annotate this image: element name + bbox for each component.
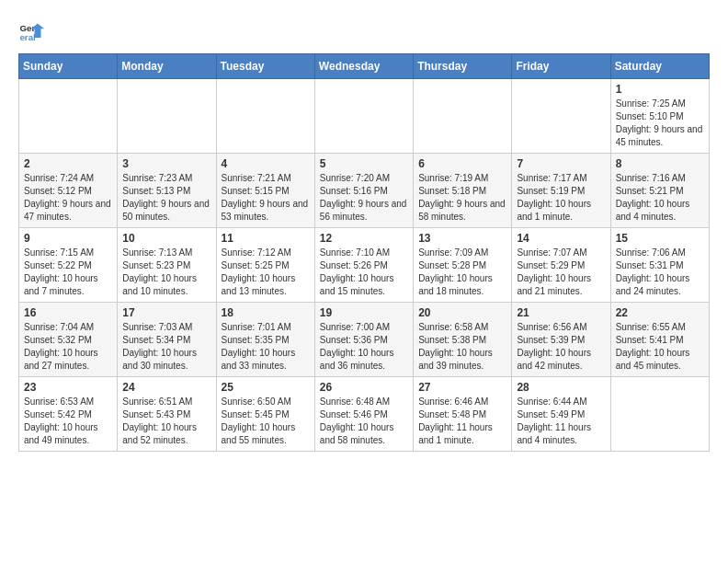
day-info: Sunrise: 6:50 AM Sunset: 5:45 PM Dayligh… bbox=[222, 396, 310, 447]
week-row-5: 23Sunrise: 6:53 AM Sunset: 5:42 PM Dayli… bbox=[19, 377, 710, 452]
day-info: Sunrise: 7:21 AM Sunset: 5:15 PM Dayligh… bbox=[222, 172, 310, 224]
day-cell bbox=[314, 79, 413, 154]
day-cell: 23Sunrise: 6:53 AM Sunset: 5:42 PM Dayli… bbox=[19, 377, 118, 452]
day-number: 5 bbox=[320, 157, 408, 170]
week-row-3: 9Sunrise: 7:15 AM Sunset: 5:22 PM Daylig… bbox=[19, 228, 710, 303]
day-number: 17 bbox=[122, 306, 210, 319]
day-cell: 8Sunrise: 7:16 AM Sunset: 5:21 PM Daylig… bbox=[610, 154, 709, 228]
day-number: 10 bbox=[122, 232, 210, 245]
weekday-header-monday: Monday bbox=[118, 54, 216, 79]
day-number: 9 bbox=[24, 232, 112, 245]
day-cell: 15Sunrise: 7:06 AM Sunset: 5:31 PM Dayli… bbox=[610, 228, 709, 303]
day-info: Sunrise: 7:23 AM Sunset: 5:13 PM Dayligh… bbox=[122, 172, 210, 224]
day-cell: 20Sunrise: 6:58 AM Sunset: 5:38 PM Dayli… bbox=[414, 303, 512, 377]
week-row-4: 16Sunrise: 7:04 AM Sunset: 5:32 PM Dayli… bbox=[19, 303, 710, 377]
day-number: 4 bbox=[222, 157, 310, 170]
day-cell: 22Sunrise: 6:55 AM Sunset: 5:41 PM Dayli… bbox=[610, 303, 709, 377]
day-cell: 9Sunrise: 7:15 AM Sunset: 5:22 PM Daylig… bbox=[19, 228, 118, 303]
day-info: Sunrise: 6:56 AM Sunset: 5:39 PM Dayligh… bbox=[517, 321, 605, 373]
day-cell: 7Sunrise: 7:17 AM Sunset: 5:19 PM Daylig… bbox=[512, 154, 610, 228]
day-number: 25 bbox=[222, 381, 310, 394]
day-number: 22 bbox=[616, 306, 704, 319]
day-number: 8 bbox=[616, 157, 704, 170]
day-cell: 26Sunrise: 6:48 AM Sunset: 5:46 PM Dayli… bbox=[314, 377, 413, 452]
weekday-header-wednesday: Wednesday bbox=[314, 54, 413, 79]
week-row-1: 1Sunrise: 7:25 AM Sunset: 5:10 PM Daylig… bbox=[19, 79, 710, 154]
day-number: 24 bbox=[122, 381, 210, 394]
day-cell: 21Sunrise: 6:56 AM Sunset: 5:39 PM Dayli… bbox=[512, 303, 610, 377]
day-number: 19 bbox=[320, 306, 408, 319]
day-number: 3 bbox=[122, 157, 210, 170]
day-cell bbox=[19, 79, 118, 154]
day-info: Sunrise: 6:55 AM Sunset: 5:41 PM Dayligh… bbox=[616, 321, 704, 373]
day-cell: 27Sunrise: 6:46 AM Sunset: 5:48 PM Dayli… bbox=[414, 377, 512, 452]
day-cell: 12Sunrise: 7:10 AM Sunset: 5:26 PM Dayli… bbox=[314, 228, 413, 303]
day-info: Sunrise: 7:01 AM Sunset: 5:35 PM Dayligh… bbox=[222, 321, 310, 373]
weekday-header-sunday: Sunday bbox=[19, 54, 118, 79]
day-cell: 14Sunrise: 7:07 AM Sunset: 5:29 PM Dayli… bbox=[512, 228, 610, 303]
day-number: 12 bbox=[320, 232, 408, 245]
day-number: 11 bbox=[222, 232, 310, 245]
calendar: SundayMondayTuesdayWednesdayThursdayFrid… bbox=[18, 53, 710, 452]
day-cell: 28Sunrise: 6:44 AM Sunset: 5:49 PM Dayli… bbox=[512, 377, 610, 452]
day-cell: 4Sunrise: 7:21 AM Sunset: 5:15 PM Daylig… bbox=[216, 154, 314, 228]
day-cell: 3Sunrise: 7:23 AM Sunset: 5:13 PM Daylig… bbox=[118, 154, 216, 228]
day-cell: 1Sunrise: 7:25 AM Sunset: 5:10 PM Daylig… bbox=[610, 79, 709, 154]
day-cell bbox=[610, 377, 709, 452]
logo: Gen eral bbox=[18, 18, 48, 44]
day-cell: 13Sunrise: 7:09 AM Sunset: 5:28 PM Dayli… bbox=[414, 228, 512, 303]
day-number: 20 bbox=[418, 306, 506, 319]
day-cell: 25Sunrise: 6:50 AM Sunset: 5:45 PM Dayli… bbox=[216, 377, 314, 452]
day-cell bbox=[118, 79, 216, 154]
day-info: Sunrise: 7:16 AM Sunset: 5:21 PM Dayligh… bbox=[616, 172, 704, 224]
day-number: 1 bbox=[616, 83, 704, 96]
weekday-header-friday: Friday bbox=[512, 54, 610, 79]
day-info: Sunrise: 7:15 AM Sunset: 5:22 PM Dayligh… bbox=[24, 247, 112, 298]
day-number: 28 bbox=[517, 381, 605, 394]
day-cell: 24Sunrise: 6:51 AM Sunset: 5:43 PM Dayli… bbox=[118, 377, 216, 452]
weekday-header-thursday: Thursday bbox=[414, 54, 512, 79]
day-info: Sunrise: 7:13 AM Sunset: 5:23 PM Dayligh… bbox=[122, 247, 210, 298]
day-info: Sunrise: 7:20 AM Sunset: 5:16 PM Dayligh… bbox=[320, 172, 408, 224]
day-cell: 6Sunrise: 7:19 AM Sunset: 5:18 PM Daylig… bbox=[414, 154, 512, 228]
day-number: 2 bbox=[24, 157, 112, 170]
day-number: 23 bbox=[24, 381, 112, 394]
day-info: Sunrise: 6:58 AM Sunset: 5:38 PM Dayligh… bbox=[418, 321, 506, 373]
day-number: 26 bbox=[320, 381, 408, 394]
day-cell bbox=[216, 79, 314, 154]
day-info: Sunrise: 7:07 AM Sunset: 5:29 PM Dayligh… bbox=[517, 247, 605, 298]
day-info: Sunrise: 7:12 AM Sunset: 5:25 PM Dayligh… bbox=[222, 247, 310, 298]
day-info: Sunrise: 6:46 AM Sunset: 5:48 PM Dayligh… bbox=[418, 396, 506, 447]
day-info: Sunrise: 7:25 AM Sunset: 5:10 PM Dayligh… bbox=[616, 98, 704, 149]
day-info: Sunrise: 7:00 AM Sunset: 5:36 PM Dayligh… bbox=[320, 321, 408, 373]
svg-text:eral: eral bbox=[19, 32, 36, 42]
day-info: Sunrise: 6:48 AM Sunset: 5:46 PM Dayligh… bbox=[320, 396, 408, 447]
header: Gen eral bbox=[18, 18, 710, 44]
day-cell: 16Sunrise: 7:04 AM Sunset: 5:32 PM Dayli… bbox=[19, 303, 118, 377]
day-info: Sunrise: 7:19 AM Sunset: 5:18 PM Dayligh… bbox=[418, 172, 506, 224]
day-info: Sunrise: 7:09 AM Sunset: 5:28 PM Dayligh… bbox=[418, 247, 506, 298]
day-info: Sunrise: 6:53 AM Sunset: 5:42 PM Dayligh… bbox=[24, 396, 112, 447]
day-cell: 10Sunrise: 7:13 AM Sunset: 5:23 PM Dayli… bbox=[118, 228, 216, 303]
day-info: Sunrise: 7:03 AM Sunset: 5:34 PM Dayligh… bbox=[122, 321, 210, 373]
day-number: 21 bbox=[517, 306, 605, 319]
weekday-header-row: SundayMondayTuesdayWednesdayThursdayFrid… bbox=[19, 54, 710, 79]
day-info: Sunrise: 6:51 AM Sunset: 5:43 PM Dayligh… bbox=[122, 396, 210, 447]
day-info: Sunrise: 7:04 AM Sunset: 5:32 PM Dayligh… bbox=[24, 321, 112, 373]
day-cell: 11Sunrise: 7:12 AM Sunset: 5:25 PM Dayli… bbox=[216, 228, 314, 303]
weekday-header-tuesday: Tuesday bbox=[216, 54, 314, 79]
day-number: 15 bbox=[616, 232, 704, 245]
week-row-2: 2Sunrise: 7:24 AM Sunset: 5:12 PM Daylig… bbox=[19, 154, 710, 228]
day-cell: 2Sunrise: 7:24 AM Sunset: 5:12 PM Daylig… bbox=[19, 154, 118, 228]
day-info: Sunrise: 7:17 AM Sunset: 5:19 PM Dayligh… bbox=[517, 172, 605, 224]
logo-icon: Gen eral bbox=[18, 18, 44, 44]
day-number: 13 bbox=[418, 232, 506, 245]
day-cell bbox=[512, 79, 610, 154]
day-cell: 5Sunrise: 7:20 AM Sunset: 5:16 PM Daylig… bbox=[314, 154, 413, 228]
day-cell: 18Sunrise: 7:01 AM Sunset: 5:35 PM Dayli… bbox=[216, 303, 314, 377]
day-number: 18 bbox=[222, 306, 310, 319]
day-number: 14 bbox=[517, 232, 605, 245]
day-cell: 17Sunrise: 7:03 AM Sunset: 5:34 PM Dayli… bbox=[118, 303, 216, 377]
day-info: Sunrise: 7:06 AM Sunset: 5:31 PM Dayligh… bbox=[616, 247, 704, 298]
day-number: 16 bbox=[24, 306, 112, 319]
